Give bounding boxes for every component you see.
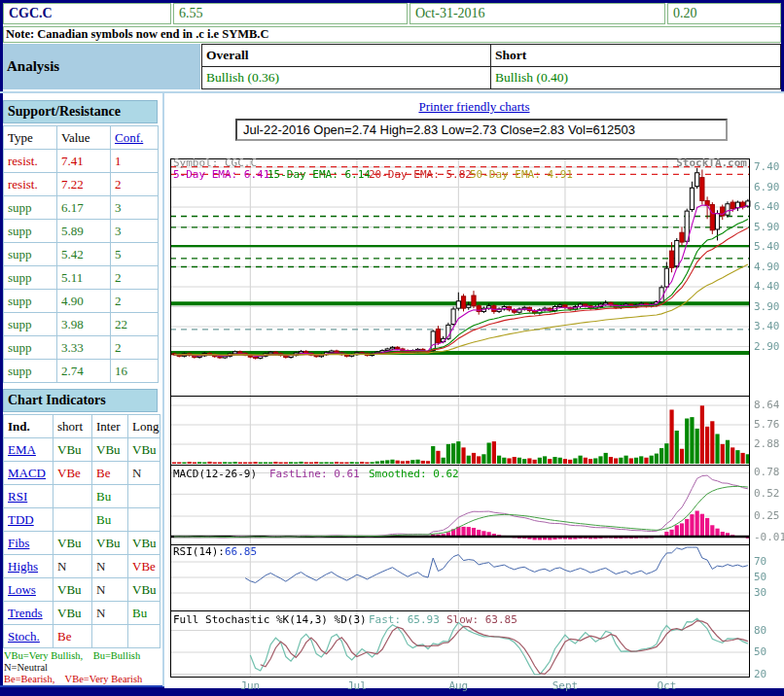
axis-tick: 80 <box>754 625 766 637</box>
axis-tick: Sept <box>552 680 579 692</box>
sr-type: supp <box>4 220 57 243</box>
axis-tick: 5.76 <box>754 419 780 431</box>
ci-signal-cell: VBu <box>53 602 92 625</box>
indicator-link-macd[interactable]: MACD <box>8 466 46 480</box>
legend-bearish: Be=Bearish, VBe=Very Bearish <box>4 674 142 686</box>
quote-price: 6.55 <box>173 3 408 24</box>
ci-ind-cell: EMA <box>4 438 53 462</box>
axis-tick: Oct <box>653 680 680 692</box>
ci-signal-cell <box>92 625 128 648</box>
sr-type: supp <box>4 360 57 383</box>
analysis-short-header: Short <box>490 44 781 67</box>
sr-row: supp5.893 <box>4 220 159 243</box>
ci-signal-cell <box>53 508 92 532</box>
ci-ind-cell: MACD <box>4 462 53 485</box>
indicator-link-fibs[interactable]: Fibs <box>8 536 29 550</box>
ci-signal-cell: VBu <box>128 532 160 555</box>
support-resistance-body: TypeValueConf.resist.7.411resist.7.222su… <box>4 126 159 383</box>
axis-tick: 2.88 <box>754 438 780 450</box>
axis-tick: Jun <box>236 680 264 692</box>
ci-signal-cell: N <box>128 462 160 485</box>
macd-label: MACD(12-26-9) <box>173 469 257 480</box>
axis-tick: 50 <box>754 572 766 583</box>
indicator-link-stoch[interactable]: Stoch. <box>8 629 40 644</box>
sr-type: supp <box>4 266 57 290</box>
analysis-title: Analysis <box>3 44 200 89</box>
indicator-link-tdd[interactable]: TDD <box>8 512 34 527</box>
indicator-link-trends[interactable]: Trends <box>8 606 43 620</box>
ci-header-ind: Ind. <box>4 415 53 438</box>
sr-type: resist. <box>4 150 57 173</box>
sr-type: supp <box>4 243 57 266</box>
support-resistance-title: Support/Resistance <box>3 100 158 123</box>
indicator-link-highs[interactable]: Highs <box>8 559 38 574</box>
ci-signal-cell: N <box>92 555 128 578</box>
sr-row: resist.7.411 <box>4 150 159 173</box>
ci-row: MACDVBeBeN <box>4 462 160 485</box>
ci-signal-cell: VBe <box>53 462 92 485</box>
axis-tick: 0.52 <box>754 488 780 500</box>
indicator-link-rsi[interactable]: RSI <box>8 489 27 504</box>
macd-fastline-label: FastLine: 0.61 <box>269 469 360 480</box>
ci-header-short: short <box>53 415 92 438</box>
ci-row: EMAVBuVBuVBu <box>4 438 160 462</box>
axis-tick: 50 <box>754 646 766 658</box>
stockta-watermark: StockTA.com <box>676 157 747 169</box>
sr-value: 7.41 <box>57 150 111 173</box>
printer-friendly-link[interactable]: Printer friendly charts <box>418 99 529 114</box>
sr-conf: 3 <box>111 196 159 220</box>
ci-signal-cell: Be <box>92 462 128 485</box>
ci-row: LowsVBuNVBu <box>4 578 160 602</box>
indicator-link-ema[interactable]: EMA <box>8 442 36 457</box>
sr-conf: 2 <box>111 173 159 196</box>
stoch-label: Full Stochastic %K(14,3) %D(3) <box>173 614 367 626</box>
note-banner: Note: Canadian symbols now end in .c i.e… <box>3 26 781 43</box>
chart-indicators-body: Ind.shortInterLongEMAVBuVBuVBuMACDVBeBeN… <box>4 415 160 648</box>
sr-row: resist.7.222 <box>4 173 159 196</box>
conf-link[interactable]: Conf. <box>115 130 143 145</box>
ci-signal-cell: VBu <box>92 532 128 555</box>
sr-value: 4.90 <box>57 290 111 313</box>
analysis-short-value: Bullish (0.40) <box>490 66 781 89</box>
sr-value: 3.98 <box>57 313 111 336</box>
ci-signal-cell: N <box>92 578 128 602</box>
sr-conf: 3 <box>111 220 159 243</box>
sr-value: 5.42 <box>57 243 111 266</box>
ci-signal-cell: Bu <box>92 485 128 508</box>
ci-signal-cell <box>128 485 160 508</box>
stockta-page: CGC.C 6.55 Oct-31-2016 0.20 Note: Canadi… <box>0 0 784 696</box>
ci-signal-cell: N <box>92 602 128 625</box>
ci-signal-cell <box>53 485 92 508</box>
axis-tick: 4.90 <box>754 261 780 273</box>
sr-type: supp <box>4 313 57 336</box>
sr-value: 3.33 <box>57 336 111 360</box>
legend-neutral: N=Neutral <box>4 662 48 675</box>
sr-value: 7.22 <box>57 173 111 196</box>
rsi-label: RSI(14):66.85 <box>173 546 257 558</box>
ohlc-info-box[interactable]: Jul-22-2016 Open=2.74 High=2.83 Low=2.73… <box>235 119 728 141</box>
ci-signal-cell <box>128 625 160 648</box>
axis-tick: Jul <box>343 680 371 692</box>
ci-signal-cell <box>128 508 160 532</box>
sr-value: 6.17 <box>57 196 111 220</box>
ci-signal-cell: VBu <box>53 578 92 602</box>
indicator-link-lows[interactable]: Lows <box>8 582 36 597</box>
sr-value: 2.74 <box>57 360 111 383</box>
axis-tick: 30 <box>754 587 766 599</box>
ci-signal-cell: Be <box>53 625 92 648</box>
quote-change: 0.20 <box>667 3 781 24</box>
sr-row: supp3.332 <box>4 336 159 360</box>
axis-tick: 4.40 <box>754 281 780 293</box>
rsi-value: 66.85 <box>225 545 257 558</box>
axis-tick: 5.90 <box>754 222 780 233</box>
stoch-fast-label: Fast: 65.93 <box>369 614 440 626</box>
stock-chart-canvas <box>164 144 784 688</box>
sr-conf: 5 <box>111 243 159 266</box>
axis-tick: 3.90 <box>754 301 780 313</box>
ci-ind-cell: Fibs <box>4 532 53 555</box>
ci-row: TDDBu <box>4 508 160 532</box>
sr-conf: 1 <box>111 150 159 173</box>
axis-tick: 8.64 <box>754 400 780 411</box>
ema20-legend: 20-Day EMA: 5.82 <box>369 169 472 181</box>
analysis-overall-header: Overall <box>201 44 491 67</box>
